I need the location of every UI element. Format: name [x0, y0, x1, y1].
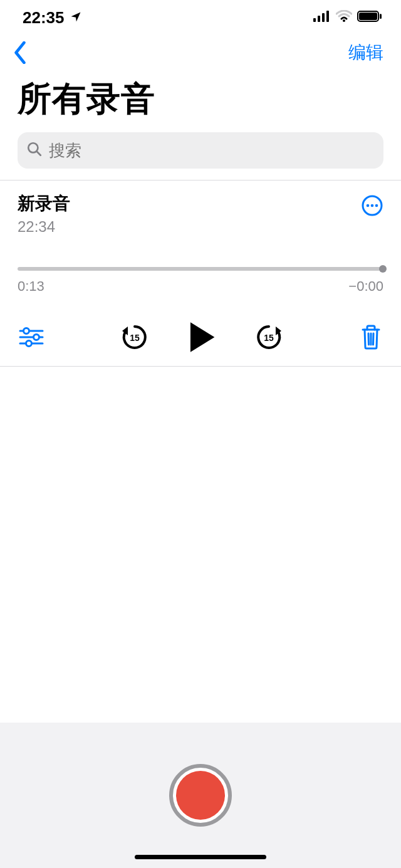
remaining-time: −0:00 — [348, 278, 383, 295]
forward-15-button[interactable]: 15 — [254, 323, 283, 352]
svg-point-12 — [371, 204, 374, 207]
status-indicators — [313, 10, 382, 25]
search-wrap — [0, 132, 401, 180]
svg-point-13 — [375, 204, 378, 207]
divider — [0, 366, 401, 367]
svg-marker-22 — [190, 322, 214, 352]
rewind-15-button[interactable]: 15 — [120, 323, 149, 352]
record-button[interactable] — [169, 764, 232, 827]
back-button[interactable] — [13, 41, 28, 64]
record-button-inner — [176, 771, 225, 820]
svg-line-9 — [37, 152, 41, 155]
status-bar: 22:35 — [0, 0, 401, 35]
svg-rect-1 — [318, 16, 320, 22]
svg-rect-2 — [322, 13, 325, 22]
svg-point-17 — [34, 335, 39, 340]
svg-rect-3 — [326, 11, 329, 22]
search-icon — [26, 141, 43, 160]
location-icon — [70, 8, 82, 28]
svg-point-19 — [26, 341, 32, 347]
delete-button[interactable] — [360, 324, 382, 350]
svg-point-11 — [367, 204, 370, 207]
wifi-icon — [336, 10, 352, 25]
play-button[interactable] — [187, 321, 217, 353]
playback-controls: 15 15 — [18, 321, 383, 353]
svg-rect-0 — [313, 18, 316, 22]
svg-line-25 — [368, 333, 369, 345]
svg-rect-6 — [359, 13, 377, 20]
svg-text:15: 15 — [264, 333, 274, 343]
home-indicator[interactable] — [135, 855, 266, 859]
more-options-button[interactable] — [361, 194, 383, 217]
battery-icon — [357, 11, 382, 24]
svg-point-15 — [24, 328, 29, 334]
recording-timestamp: 22:34 — [18, 218, 70, 236]
record-toolbar — [0, 723, 401, 868]
recording-item: 新录音 22:34 0:13 −0:00 — [0, 180, 401, 366]
recording-title: 新录音 — [18, 192, 70, 216]
title-area: 所有录音 — [0, 70, 401, 132]
cellular-icon — [313, 11, 331, 24]
edit-button[interactable]: 编辑 — [348, 41, 383, 65]
nav-bar: 编辑 — [0, 35, 401, 70]
options-sliders-button[interactable] — [19, 327, 44, 348]
elapsed-time: 0:13 — [18, 278, 44, 295]
svg-point-4 — [343, 19, 345, 22]
status-time-group: 22:35 — [23, 8, 82, 28]
playback-scrubber[interactable] — [18, 267, 383, 271]
svg-line-27 — [373, 333, 374, 345]
search-field[interactable] — [18, 132, 383, 169]
scrubber-knob[interactable] — [379, 265, 387, 273]
search-input[interactable] — [49, 141, 375, 160]
page-title: 所有录音 — [18, 76, 383, 122]
svg-text:15: 15 — [130, 333, 140, 343]
scrubber-area: 0:13 −0:00 — [18, 267, 383, 295]
svg-rect-7 — [380, 14, 382, 19]
status-time: 22:35 — [23, 8, 65, 28]
